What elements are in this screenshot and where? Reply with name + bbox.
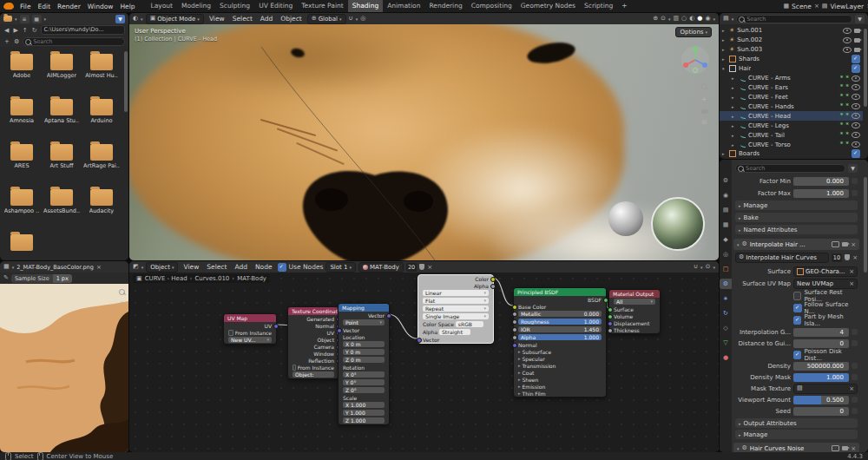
slot-select[interactable]: Slot 1▾	[326, 262, 356, 273]
folder-item[interactable]: Art Stuff	[49, 141, 73, 187]
collection-checkbox[interactable]	[852, 149, 860, 158]
tab-object-data[interactable]: ▽	[720, 338, 732, 348]
sample-size-control[interactable]: Sample Size1 px	[11, 274, 72, 283]
use-nodes-checkbox[interactable]	[278, 263, 286, 272]
animate-button[interactable]	[852, 340, 858, 346]
outliner-row-curve-torso[interactable]: ▸CURVE - Torso**	[720, 140, 863, 149]
remove-modifier-icon[interactable]: ×	[851, 445, 856, 452]
eye-icon[interactable]	[843, 28, 852, 34]
eye-icon[interactable]	[843, 37, 852, 43]
socket-roughness-in[interactable]	[512, 319, 517, 325]
uv-map-selector[interactable]: New UVMap×	[793, 279, 858, 289]
surface-rest-position-checkbox[interactable]	[793, 292, 801, 300]
snap-magnet-icon[interactable]: ∪	[349, 16, 353, 22]
metallic-slider[interactable]: Metallic0.000	[518, 311, 602, 317]
camera-icon[interactable]	[854, 38, 860, 43]
workspace-tab-uv-editing[interactable]: UV Editing	[254, 0, 297, 12]
node-texture-coordinate[interactable]: Texture Coordinate Generated Normal UV O…	[287, 306, 339, 379]
outliner-row-curve-ears[interactable]: ▸CURVE - Ears**	[720, 83, 863, 93]
shader-menu-select[interactable]: Select	[204, 263, 229, 271]
remove-modifier-icon[interactable]: ×	[851, 241, 856, 248]
display-mode-thumbnail-icon[interactable]: ▦	[32, 15, 42, 23]
follow-surface-checkbox[interactable]	[793, 304, 802, 312]
editor-type-3d-viewport-icon[interactable]: ◐	[133, 16, 138, 22]
node-principled-bsdf[interactable]: Principled BSDF BSDF Base Color Metallic…	[513, 287, 607, 398]
uv-map-name-select[interactable]: New UV...▾	[228, 337, 272, 343]
scene-selector[interactable]: Scene	[792, 3, 812, 10]
overlays-icon[interactable]: ⊙	[706, 264, 711, 270]
scrollbar[interactable]	[124, 51, 128, 112]
folder-item[interactable]: Almost Hu..	[85, 51, 118, 96]
image-name[interactable]: 2_MAT-Body_BaseColor.png	[16, 264, 94, 271]
shader-menu-view[interactable]: View	[181, 263, 201, 271]
folder-item[interactable]: Adobe	[10, 51, 33, 96]
mask-texture-selector[interactable]: ▨×	[793, 384, 858, 394]
animate-button[interactable]	[852, 374, 858, 380]
menu-render[interactable]: Render	[55, 3, 83, 10]
collection-checkbox[interactable]	[852, 64, 860, 73]
node-image-texture[interactable]: Color Alpha Linear▾ Flat▾ Repeat▾ Single…	[418, 274, 494, 344]
workspace-tab-rendering[interactable]: Rendering	[424, 0, 466, 12]
fake-user-icon[interactable]	[845, 254, 850, 260]
density-field[interactable]: 500000.000	[793, 362, 849, 371]
distance-field[interactable]: 0	[793, 339, 849, 348]
section-transmission[interactable]: ▸Transmission	[514, 362, 606, 369]
tab-particles[interactable]: ∗	[720, 293, 732, 304]
shader-menu-node[interactable]: Node	[253, 263, 275, 271]
section-specular[interactable]: ▸Specular	[514, 355, 606, 362]
tab-physics[interactable]: ↻	[720, 308, 732, 319]
path-field[interactable]: C:\Users\mundy\Do...	[41, 25, 125, 35]
section-thin-film[interactable]: ▸Thin Film	[514, 390, 606, 397]
tab-constraints[interactable]: ◇	[720, 323, 732, 333]
unlink-material-icon[interactable]: ×	[427, 264, 432, 271]
location-z-field[interactable]: Z 0 m	[343, 357, 385, 363]
tab-world[interactable]: ◎	[720, 249, 732, 260]
section-coat[interactable]: ▸Coat	[514, 369, 606, 376]
clear-icon[interactable]: ×	[849, 268, 854, 275]
display-render-icon[interactable]	[842, 446, 848, 450]
section-emission[interactable]: ▸Emission	[514, 383, 606, 390]
folder-item[interactable]: Arduino	[90, 96, 113, 141]
poisson-checkbox[interactable]	[793, 351, 801, 359]
workspace-tab-scripting[interactable]: Scripting	[580, 0, 617, 12]
outliner-row-curve-arms[interactable]: ▸CURVE - Arms**	[720, 74, 863, 83]
rotation-y-field[interactable]: Y 0°	[343, 379, 385, 385]
clear-icon[interactable]: ×	[849, 385, 854, 392]
folder-item[interactable]: Ashampoo ..	[4, 187, 40, 232]
viewport-amount-slider[interactable]: 0.500	[793, 396, 849, 404]
outliner-row-shards[interactable]: ▸Shards	[720, 55, 863, 64]
density-mask-slider[interactable]: 1.000	[793, 373, 849, 382]
properties-filter-icon[interactable]: ▼	[848, 164, 858, 173]
section-output-attributes[interactable]: ▸Output Attributes	[735, 418, 858, 428]
part-by-mesh-checkbox[interactable]	[793, 316, 801, 325]
shading-wireframe-icon[interactable]: ○	[681, 16, 687, 22]
animate-button[interactable]	[852, 329, 858, 335]
shader-menu-add[interactable]: Add	[232, 263, 250, 271]
tab-view-layer[interactable]: ▦	[720, 220, 732, 230]
folder-item[interactable]: AIMLogger	[47, 51, 76, 96]
refresh-button[interactable]: ↻	[31, 27, 38, 34]
viewport-menu-view[interactable]: View	[207, 15, 227, 23]
workspace-tab-sculpting[interactable]: Sculpting	[215, 0, 254, 12]
folder-item[interactable]: Aptana Stu..	[44, 96, 79, 141]
tab-object[interactable]: □	[720, 264, 732, 274]
display-mode-list-icon[interactable]: ≡	[20, 15, 30, 23]
shading-material-icon[interactable]: ●	[697, 16, 702, 22]
eye-icon[interactable]	[852, 103, 860, 109]
tab-material[interactable]: ●	[720, 352, 732, 363]
section-sheen[interactable]: ▸Sheen	[514, 376, 606, 383]
section-subsurface[interactable]: ▸Subsurface	[514, 348, 606, 355]
socket-ior-in[interactable]	[512, 327, 517, 332]
factor-min-field[interactable]: 0.000	[793, 177, 849, 186]
unlink-node-group-icon[interactable]: ×	[852, 254, 858, 261]
shading-rendered-icon[interactable]: ◉	[705, 16, 710, 22]
eye-icon[interactable]	[852, 84, 860, 90]
outliner-row-curve-tail[interactable]: ▸CURVE - Tail**	[720, 130, 863, 140]
folder-item[interactable]: ARES	[10, 141, 33, 187]
tab-modifiers[interactable]: ⚙	[720, 279, 732, 289]
workspace-tab-geometry-nodes[interactable]: Geometry Nodes	[516, 0, 580, 12]
alpha-slider[interactable]: Alpha1.000	[518, 334, 602, 340]
clear-icon[interactable]: ×	[849, 280, 854, 287]
menu-help[interactable]: Help	[117, 3, 137, 10]
workspace-tab-animation[interactable]: Animation	[383, 0, 424, 12]
